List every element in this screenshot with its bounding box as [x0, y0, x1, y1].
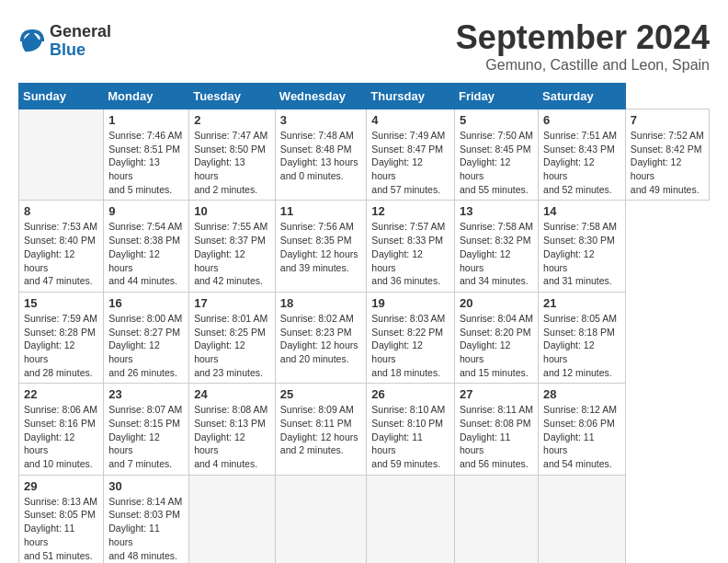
calendar-header-row: SundayMondayTuesdayWednesdayThursdayFrid… — [19, 84, 710, 109]
day-info: Sunrise: 8:10 AMSunset: 8:10 PMDaylight:… — [371, 403, 449, 470]
day-number: 5 — [460, 113, 533, 127]
calendar-day-cell: 24Sunrise: 8:08 AMSunset: 8:13 PMDayligh… — [189, 384, 276, 475]
day-number: 18 — [280, 296, 362, 310]
calendar-day-cell: 21Sunrise: 8:05 AMSunset: 8:18 PMDayligh… — [539, 292, 626, 383]
month-title: September 2024 — [456, 18, 710, 57]
day-number: 30 — [108, 479, 184, 493]
day-number: 3 — [280, 113, 362, 127]
day-number: 20 — [460, 296, 533, 310]
weekday-header: Tuesday — [189, 84, 276, 109]
day-info: Sunrise: 7:54 AMSunset: 8:38 PMDaylight:… — [108, 220, 184, 287]
day-number: 22 — [24, 387, 98, 401]
header: General Blue September 2024 Gemuno, Cast… — [18, 18, 710, 74]
calendar-day-cell: 18Sunrise: 8:02 AMSunset: 8:23 PMDayligh… — [275, 292, 367, 383]
calendar-day-cell — [19, 109, 104, 201]
day-number: 11 — [280, 204, 362, 218]
day-number: 25 — [280, 387, 362, 401]
day-number: 19 — [371, 296, 449, 310]
calendar-day-cell: 26Sunrise: 8:10 AMSunset: 8:10 PMDayligh… — [367, 384, 455, 475]
calendar-day-cell: 23Sunrise: 8:07 AMSunset: 8:15 PMDayligh… — [104, 384, 189, 475]
day-number: 7 — [631, 113, 704, 127]
day-info: Sunrise: 7:47 AMSunset: 8:50 PMDaylight:… — [194, 129, 270, 196]
day-info: Sunrise: 8:03 AMSunset: 8:22 PMDaylight:… — [371, 312, 449, 379]
day-info: Sunrise: 8:05 AMSunset: 8:18 PMDaylight:… — [543, 312, 620, 379]
calendar-day-cell: 19Sunrise: 8:03 AMSunset: 8:22 PMDayligh… — [367, 292, 455, 383]
calendar-day-cell — [367, 475, 455, 563]
calendar-day-cell: 29Sunrise: 8:13 AMSunset: 8:05 PMDayligh… — [19, 475, 104, 563]
day-info: Sunrise: 8:08 AMSunset: 8:13 PMDaylight:… — [194, 403, 270, 470]
calendar-day-cell: 1Sunrise: 7:46 AMSunset: 8:51 PMDaylight… — [104, 109, 189, 201]
day-number: 10 — [194, 204, 270, 218]
calendar-day-cell: 14Sunrise: 7:58 AMSunset: 8:30 PMDayligh… — [539, 201, 626, 292]
day-number: 15 — [24, 296, 98, 310]
calendar-day-cell: 6Sunrise: 7:51 AMSunset: 8:43 PMDaylight… — [539, 109, 626, 201]
day-number: 24 — [194, 387, 270, 401]
calendar-day-cell: 12Sunrise: 7:57 AMSunset: 8:33 PMDayligh… — [367, 201, 455, 292]
calendar-week-row: 22Sunrise: 8:06 AMSunset: 8:16 PMDayligh… — [19, 384, 710, 475]
calendar-week-row: 1Sunrise: 7:46 AMSunset: 8:51 PMDaylight… — [19, 109, 710, 201]
day-number: 16 — [108, 296, 184, 310]
calendar-day-cell: 3Sunrise: 7:48 AMSunset: 8:48 PMDaylight… — [275, 109, 367, 201]
calendar-day-cell: 25Sunrise: 8:09 AMSunset: 8:11 PMDayligh… — [275, 384, 367, 475]
day-info: Sunrise: 8:07 AMSunset: 8:15 PMDaylight:… — [108, 403, 184, 470]
logo: General Blue — [18, 23, 111, 60]
day-info: Sunrise: 8:01 AMSunset: 8:25 PMDaylight:… — [194, 312, 270, 379]
day-number: 2 — [194, 113, 270, 127]
day-number: 17 — [194, 296, 270, 310]
day-number: 26 — [371, 387, 449, 401]
day-info: Sunrise: 7:51 AMSunset: 8:43 PMDaylight:… — [543, 129, 620, 196]
day-info: Sunrise: 8:00 AMSunset: 8:27 PMDaylight:… — [108, 312, 184, 379]
day-number: 27 — [460, 387, 533, 401]
weekday-header: Thursday — [367, 84, 455, 109]
day-info: Sunrise: 8:12 AMSunset: 8:06 PMDaylight:… — [543, 403, 620, 470]
calendar-week-row: 15Sunrise: 7:59 AMSunset: 8:28 PMDayligh… — [19, 292, 710, 383]
calendar-day-cell: 15Sunrise: 7:59 AMSunset: 8:28 PMDayligh… — [19, 292, 104, 383]
calendar-week-row: 8Sunrise: 7:53 AMSunset: 8:40 PMDaylight… — [19, 201, 710, 292]
calendar-day-cell: 20Sunrise: 8:04 AMSunset: 8:20 PMDayligh… — [454, 292, 538, 383]
calendar-day-cell: 17Sunrise: 8:01 AMSunset: 8:25 PMDayligh… — [189, 292, 276, 383]
weekday-header: Saturday — [539, 84, 626, 109]
day-info: Sunrise: 7:46 AMSunset: 8:51 PMDaylight:… — [108, 129, 184, 196]
day-number: 8 — [24, 204, 98, 218]
day-number: 13 — [460, 204, 533, 218]
calendar-day-cell: 27Sunrise: 8:11 AMSunset: 8:08 PMDayligh… — [454, 384, 538, 475]
calendar-day-cell: 9Sunrise: 7:54 AMSunset: 8:38 PMDaylight… — [104, 201, 189, 292]
calendar-day-cell: 30Sunrise: 8:14 AMSunset: 8:03 PMDayligh… — [104, 475, 189, 563]
weekday-header: Sunday — [19, 84, 104, 109]
weekday-header: Monday — [104, 84, 189, 109]
calendar-day-cell: 16Sunrise: 8:00 AMSunset: 8:27 PMDayligh… — [104, 292, 189, 383]
day-info: Sunrise: 7:49 AMSunset: 8:47 PMDaylight:… — [371, 129, 449, 196]
day-number: 4 — [371, 113, 449, 127]
day-info: Sunrise: 7:58 AMSunset: 8:32 PMDaylight:… — [460, 220, 533, 287]
calendar-day-cell: 28Sunrise: 8:12 AMSunset: 8:06 PMDayligh… — [539, 384, 626, 475]
title-block: September 2024 Gemuno, Castille and Leon… — [456, 18, 710, 74]
day-info: Sunrise: 7:53 AMSunset: 8:40 PMDaylight:… — [24, 220, 98, 287]
calendar-day-cell: 13Sunrise: 7:58 AMSunset: 8:32 PMDayligh… — [454, 201, 538, 292]
day-info: Sunrise: 7:57 AMSunset: 8:33 PMDaylight:… — [371, 220, 449, 287]
calendar-table: SundayMondayTuesdayWednesdayThursdayFrid… — [18, 83, 710, 563]
day-info: Sunrise: 8:14 AMSunset: 8:03 PMDaylight:… — [108, 495, 184, 562]
calendar-day-cell: 5Sunrise: 7:50 AMSunset: 8:45 PMDaylight… — [454, 109, 538, 201]
logo-icon — [18, 28, 46, 55]
day-info: Sunrise: 8:04 AMSunset: 8:20 PMDaylight:… — [460, 312, 533, 379]
day-number: 29 — [24, 479, 98, 493]
day-info: Sunrise: 7:50 AMSunset: 8:45 PMDaylight:… — [460, 129, 533, 196]
day-number: 1 — [108, 113, 184, 127]
day-number: 14 — [543, 204, 620, 218]
calendar-day-cell: 2Sunrise: 7:47 AMSunset: 8:50 PMDaylight… — [189, 109, 276, 201]
calendar-day-cell: 8Sunrise: 7:53 AMSunset: 8:40 PMDaylight… — [19, 201, 104, 292]
day-info: Sunrise: 7:48 AMSunset: 8:48 PMDaylight:… — [280, 129, 362, 183]
day-info: Sunrise: 8:09 AMSunset: 8:11 PMDaylight:… — [280, 403, 362, 457]
day-number: 28 — [543, 387, 620, 401]
calendar-day-cell: 4Sunrise: 7:49 AMSunset: 8:47 PMDaylight… — [367, 109, 455, 201]
day-info: Sunrise: 8:11 AMSunset: 8:08 PMDaylight:… — [460, 403, 533, 470]
calendar-day-cell — [275, 475, 367, 563]
calendar-week-row: 29Sunrise: 8:13 AMSunset: 8:05 PMDayligh… — [19, 475, 710, 563]
weekday-header: Wednesday — [275, 84, 367, 109]
day-info: Sunrise: 7:59 AMSunset: 8:28 PMDaylight:… — [24, 312, 98, 379]
calendar-day-cell: 11Sunrise: 7:56 AMSunset: 8:35 PMDayligh… — [275, 201, 367, 292]
day-info: Sunrise: 7:52 AMSunset: 8:42 PMDaylight:… — [631, 129, 704, 196]
day-number: 6 — [543, 113, 620, 127]
calendar-day-cell — [189, 475, 276, 563]
calendar-day-cell — [454, 475, 538, 563]
